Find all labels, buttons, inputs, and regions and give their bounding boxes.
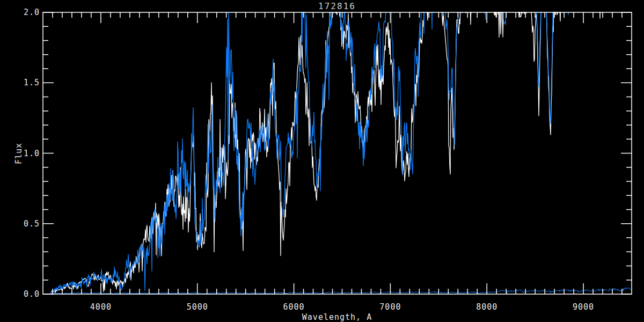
x-tick-label: 5000 — [187, 302, 208, 312]
x-tick-label: 7000 — [379, 302, 401, 312]
y-tick-label: 0.0 — [24, 289, 40, 299]
y-tick-label: 0.5 — [24, 219, 40, 229]
y-tick-label: 1.0 — [24, 149, 40, 158]
x-tick-label: 9000 — [573, 302, 594, 312]
x-tick-label: 6000 — [283, 302, 305, 312]
y-tick-label: 2.0 — [24, 8, 40, 17]
y-tick-label: 1.5 — [24, 78, 40, 87]
x-tick-label: 8000 — [476, 302, 497, 312]
x-axis-label: Wavelength, A — [302, 312, 372, 322]
y-axis-label: Flux — [14, 143, 24, 164]
x-tick-label: 4000 — [90, 302, 112, 312]
spectrum-plot: 4000500060007000800090000.00.51.01.52.0 … — [0, 0, 644, 322]
chart-title: 172816 — [318, 1, 356, 11]
